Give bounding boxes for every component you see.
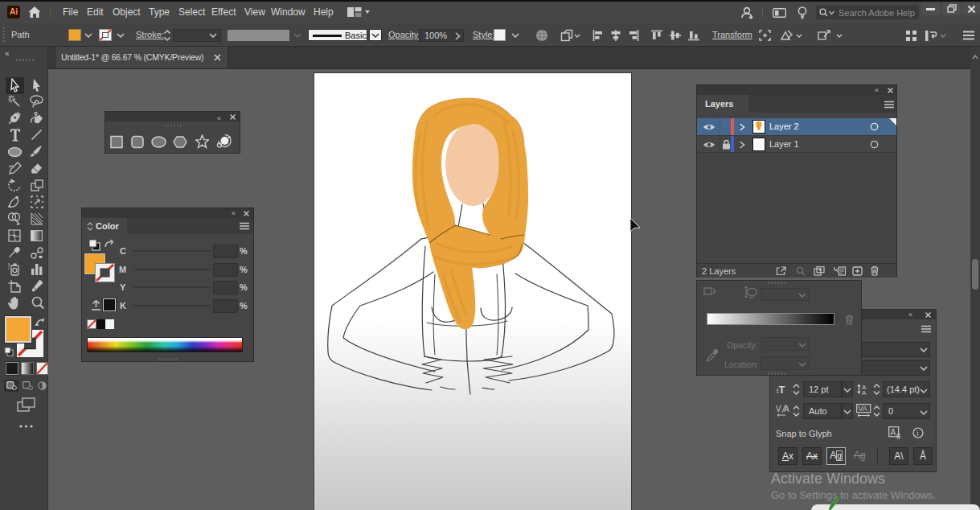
svg-text:i: i bbox=[916, 430, 918, 438]
svg-text:A: A bbox=[784, 405, 789, 413]
svg-text:A: A bbox=[862, 389, 867, 396]
svg-text:g: g bbox=[896, 431, 900, 439]
svg-text:V: V bbox=[776, 405, 781, 413]
svg-text:A: A bbox=[891, 428, 896, 437]
svg-text:VA: VA bbox=[859, 405, 867, 413]
